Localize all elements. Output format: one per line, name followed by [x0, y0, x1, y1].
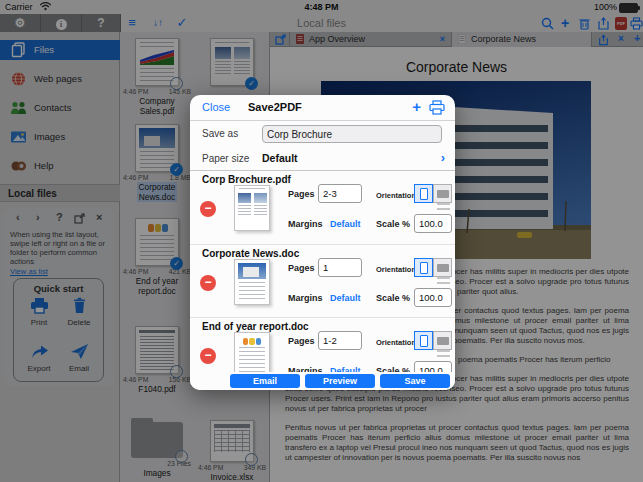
modal-title: Save2PDF — [248, 101, 302, 113]
orientation-segment — [414, 258, 452, 277]
save-as-label: Save as — [202, 128, 238, 139]
save2pdf-modal: Close Save2PDF + Save as Paper size Defa… — [190, 95, 455, 390]
printer-icon[interactable] — [429, 100, 445, 115]
portrait-icon — [420, 262, 428, 274]
file-thumbnail — [234, 259, 270, 305]
export-file-list: Corp Brochure.pdf − Pages Orientation Ma… — [190, 171, 455, 390]
reorder-handle[interactable] — [437, 203, 450, 213]
save-button[interactable]: Save — [380, 374, 450, 388]
save-as-input[interactable] — [262, 125, 442, 143]
portrait-button[interactable] — [414, 184, 433, 203]
margins-label: Margins — [288, 219, 323, 229]
landscape-icon — [437, 337, 449, 345]
export-file-name: End of year report.doc — [202, 321, 309, 332]
landscape-button[interactable] — [433, 258, 452, 277]
add-file-icon[interactable]: + — [412, 98, 421, 115]
landscape-button[interactable] — [433, 331, 452, 350]
landscape-icon — [437, 190, 449, 198]
export-file-name: Corporate News.doc — [202, 248, 299, 259]
margins-value[interactable]: Default — [330, 219, 361, 229]
scale-input[interactable] — [414, 214, 452, 233]
pages-input[interactable] — [318, 258, 362, 277]
email-button[interactable]: Email — [230, 374, 300, 388]
orientation-label: Orientation — [376, 191, 416, 200]
pages-label: Pages — [288, 189, 315, 199]
close-button[interactable]: Close — [202, 101, 230, 113]
modal-button-bar: Email Preview Save — [190, 372, 455, 390]
paper-size-row[interactable]: Paper size Default › — [190, 147, 455, 171]
margins-label: Margins — [288, 293, 323, 303]
export-file-row: Corp Brochure.pdf − Pages Orientation Ma… — [190, 171, 455, 244]
pages-input[interactable] — [318, 331, 362, 350]
orientation-segment — [414, 184, 452, 203]
margins-value[interactable]: Default — [330, 293, 361, 303]
pages-input[interactable] — [318, 184, 362, 203]
portrait-button[interactable] — [414, 331, 433, 350]
file-thumbnail — [234, 185, 270, 231]
save-as-row: Save as — [190, 121, 455, 147]
modal-header: Close Save2PDF + — [190, 95, 455, 121]
export-file-row: Corporate News.doc − Pages Orientation M… — [190, 244, 455, 318]
export-file-name: Corp Brochure.pdf — [202, 174, 291, 185]
landscape-icon — [437, 264, 449, 272]
reorder-handle[interactable] — [437, 350, 450, 360]
scale-label: Scale % — [376, 293, 410, 303]
remove-file-button[interactable]: − — [200, 201, 216, 217]
landscape-button[interactable] — [433, 184, 452, 203]
scale-label: Scale % — [376, 219, 410, 229]
orientation-segment — [414, 331, 452, 350]
reorder-handle[interactable] — [437, 277, 450, 287]
orientation-label: Orientation — [376, 265, 416, 274]
remove-file-button[interactable]: − — [200, 348, 216, 364]
pages-label: Pages — [288, 263, 315, 273]
remove-file-button[interactable]: − — [200, 275, 216, 291]
portrait-icon — [420, 335, 428, 347]
paper-size-label: Paper size — [202, 153, 249, 164]
app-screen: Carrier 4:48 PM 100% ⚙ i ? ≡ ↓↑ ✓ Local … — [0, 0, 643, 482]
paper-size-value: Default — [262, 152, 298, 164]
portrait-icon — [420, 188, 428, 200]
orientation-label: Orientation — [376, 338, 416, 347]
portrait-button[interactable] — [414, 258, 433, 277]
chevron-right-icon: › — [441, 150, 445, 165]
preview-button[interactable]: Preview — [305, 374, 375, 388]
scale-input[interactable] — [414, 288, 452, 307]
pages-label: Pages — [288, 336, 315, 346]
